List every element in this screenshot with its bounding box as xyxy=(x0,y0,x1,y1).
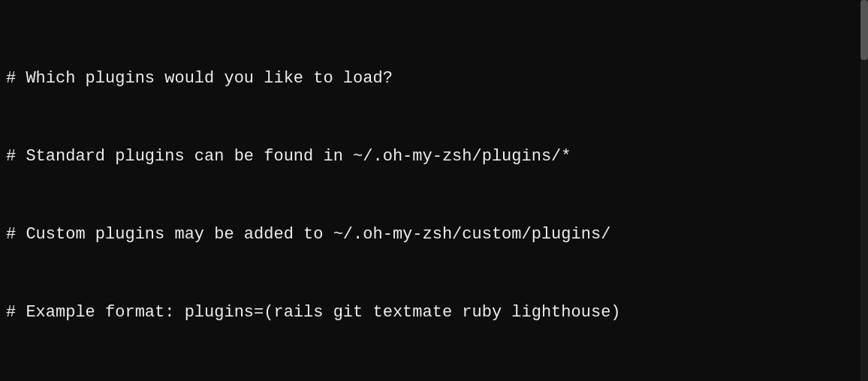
code-line-4: # Example format: plugins=(rails git tex… xyxy=(6,300,853,326)
scrollbar[interactable] xyxy=(860,0,868,381)
code-line-3: # Custom plugins may be added to ~/.oh-m… xyxy=(6,222,853,248)
code-line-5: # Add wisely, as too many plugins slow d… xyxy=(6,379,853,382)
code-content: # Which plugins would you like to load? … xyxy=(6,14,853,381)
terminal-window: # Which plugins would you like to load? … xyxy=(0,0,868,381)
scrollbar-thumb[interactable] xyxy=(860,0,868,60)
code-line-1: # Which plugins would you like to load? xyxy=(6,66,853,92)
code-line-2: # Standard plugins can be found in ~/.oh… xyxy=(6,144,853,170)
